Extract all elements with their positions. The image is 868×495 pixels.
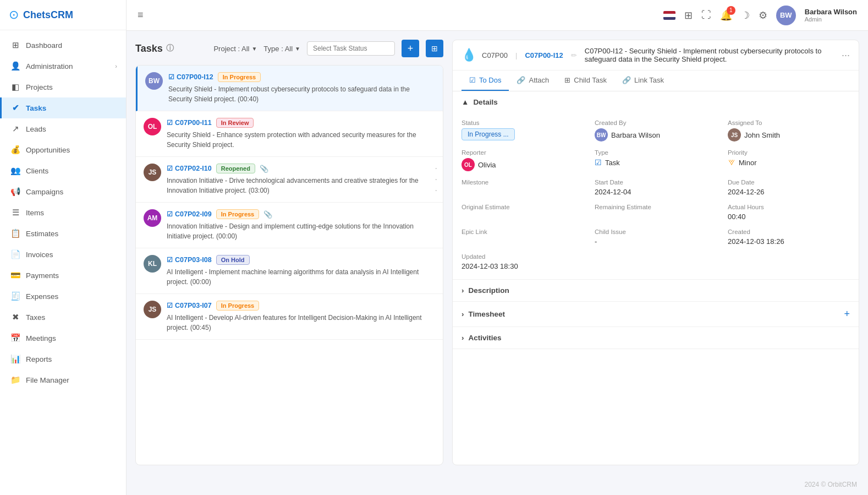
projects-icon: ◧ (10, 82, 20, 92)
task-list-item[interactable]: JS ☑ C07P03-I07 In Progress AI Intellige… (136, 294, 443, 340)
sidebar-item-invoices[interactable]: 📄 Invoices (0, 244, 126, 265)
task-list-item[interactable]: OL ☑ C07P00-I11 In Review Security Shiel… (136, 111, 443, 157)
dark-mode-icon[interactable]: ☽ (741, 9, 750, 21)
sidebar-item-clients[interactable]: 👥 Clients (0, 160, 126, 181)
task-type-icon: ☑ (595, 158, 602, 167)
view-toggle-button[interactable]: ⊞ (426, 40, 443, 57)
sidebar-item-items[interactable]: ☰ Items (0, 202, 126, 223)
task-status-input[interactable] (307, 41, 395, 56)
field-epic-link: Epic Link (462, 229, 584, 246)
task-list-item[interactable]: KL ☑ C07P03-I08 On Hold AI Intelligent -… (136, 248, 443, 294)
sidebar-item-label: Payments (26, 271, 59, 280)
language-flag-icon[interactable] (663, 11, 675, 20)
sidebar-item-label: Clients (26, 167, 48, 175)
file-manager-icon: 📁 (10, 375, 20, 385)
task-avatar: BW (145, 72, 163, 90)
sidebar-item-payments[interactable]: 💳 Payments (0, 265, 126, 286)
task-status-badge: In Progress (216, 301, 260, 311)
sidebar-item-opportunities[interactable]: 💰 Opportunities (0, 139, 126, 160)
sidebar-item-estimates[interactable]: 📋 Estimates (0, 223, 126, 244)
field-reporter: Reporter OL Olivia (462, 149, 584, 171)
task-description: AI Intelligent - Develop AI-driven featu… (167, 313, 435, 333)
sidebar-item-file-manager[interactable]: 📁 File Manager (0, 369, 126, 390)
settings-icon[interactable]: ⚙ (759, 9, 767, 21)
fullscreen-icon[interactable]: ⛶ (701, 9, 711, 21)
priority-icon: ⩔ (728, 158, 735, 167)
timesheet-section-header[interactable]: › Timesheet + (453, 302, 859, 327)
task-check-icon: ☑ (167, 302, 173, 309)
field-actual-hours: Actual Hours 00:40 (728, 204, 850, 221)
task-status-badge: In Progress (218, 72, 261, 82)
topbar-icons: ⊞ ⛶ 🔔 1 ☽ ⚙ BW Barbara Wilson Admin (663, 6, 857, 25)
main-area: ≡ ⊞ ⛶ 🔔 1 ☽ ⚙ BW Barbara Wilson Admin (127, 0, 868, 495)
sidebar-item-dashboard[interactable]: ⊞ Dashboard (0, 35, 126, 56)
sidebar-item-leads[interactable]: ↗ Leads (0, 118, 126, 139)
task-avatar: JS (144, 301, 161, 318)
tasks-header: Tasks ⓘ Project : All ▼ Type : All ▼ + ⊞ (135, 40, 443, 57)
sidebar-item-taxes[interactable]: ✖ Taxes (0, 307, 126, 328)
field-due-date: Due Date 2024-12-26 (728, 179, 850, 196)
created-by-avatar: BW (595, 128, 608, 142)
task-id: ☑ C07P00-I11 (167, 119, 212, 127)
clients-icon: 👥 (10, 166, 20, 176)
details-grid: Status In Progress ... Created By BW Bar… (462, 119, 850, 270)
chevron-up-icon: ▲ (462, 98, 469, 106)
notifications-icon[interactable]: 🔔 1 (720, 9, 732, 21)
task-content: ☑ C07P03-I08 On Hold AI Intelligent - Im… (167, 255, 435, 287)
sidebar-item-label: Opportunities (26, 146, 70, 154)
sidebar-item-projects[interactable]: ◧ Projects (0, 77, 126, 97)
sidebar-item-reports[interactable]: 📊 Reports (0, 349, 126, 369)
sidebar-item-campaigns[interactable]: 📢 Campaigns (0, 181, 126, 202)
menu-toggle-button[interactable]: ≡ (138, 9, 144, 21)
tab-todos[interactable]: ☑ To Dos (462, 70, 509, 91)
activities-section-header[interactable]: › Activities (453, 327, 859, 349)
field-remaining-estimate: Remaining Estimate (595, 204, 717, 221)
sidebar-item-label: Meetings (26, 334, 56, 342)
add-timesheet-button[interactable]: + (844, 308, 850, 320)
details-section-header[interactable]: ▲ Details (453, 91, 859, 113)
type-filter[interactable]: Type : All ▼ (263, 45, 300, 53)
description-section-header[interactable]: › Description (453, 280, 859, 301)
page-title: Tasks ⓘ (135, 43, 174, 55)
task-id: ☑ C07P02-I09 (167, 210, 212, 218)
task-content: ☑ C07P02-I09 In Progress 📎 Innovation In… (167, 209, 435, 241)
user-role: Admin (805, 16, 857, 23)
tasks-icon: ✔ (10, 103, 20, 113)
tab-attach[interactable]: 🔗 Attach (509, 70, 557, 91)
task-avatar: JS (144, 164, 161, 181)
field-original-estimate: Original Estimate (462, 204, 584, 221)
link-task-icon: 🔗 (622, 76, 631, 84)
task-list-item[interactable]: AM ☑ C07P02-I09 In Progress 📎 Innovation… (136, 203, 443, 248)
tasks-filters: Project : All ▼ Type : All ▼ + ⊞ (213, 40, 443, 57)
sidebar-item-label: Projects (26, 83, 53, 91)
status-badge[interactable]: In Progress ... (462, 128, 515, 140)
task-list: BW ☑ C07P00-I12 In Progress Security Shi… (135, 65, 443, 465)
more-options-button[interactable]: ··· (842, 50, 850, 61)
user-name: Barbara Wilson (805, 8, 857, 16)
sidebar-item-meetings[interactable]: 📅 Meetings (0, 328, 126, 349)
chevron-right-icon: › (115, 63, 117, 69)
task-list-item[interactable]: JS ☑ C07P02-I10 Reopened 📎 Innovation In… (136, 157, 443, 203)
sidebar-item-label: Items (26, 209, 44, 217)
grid-view-icon[interactable]: ⊞ (684, 9, 693, 21)
sidebar-item-tasks[interactable]: ✔ Tasks (0, 97, 126, 118)
sidebar-item-label: Leads (26, 125, 46, 133)
task-status-badge: In Progress (216, 209, 260, 219)
sidebar-logo: ⊙ ChetsCRM (0, 0, 126, 30)
topbar: ≡ ⊞ ⛶ 🔔 1 ☽ ⚙ BW Barbara Wilson Admin (127, 0, 868, 31)
avatar[interactable]: BW (776, 6, 796, 25)
sidebar-item-administration[interactable]: 👤 Administration › (0, 56, 126, 77)
details-section-content: Status In Progress ... Created By BW Bar… (453, 113, 859, 279)
add-task-button[interactable]: + (402, 40, 419, 57)
detail-task-id[interactable]: C07P00-I12 (525, 51, 563, 59)
sidebar-item-expenses[interactable]: 🧾 Expenses (0, 286, 126, 307)
tasks-panel: Tasks ⓘ Project : All ▼ Type : All ▼ + ⊞ (135, 40, 443, 465)
info-icon[interactable]: ⓘ (166, 43, 174, 53)
detail-task-title: C07P00-I12 - Security Shield - Implement… (585, 47, 836, 63)
tab-child-task[interactable]: ⊞ Child Task (557, 70, 614, 91)
dashboard-icon: ⊞ (10, 40, 20, 50)
tab-link-task[interactable]: 🔗 Link Task (614, 70, 672, 91)
task-list-item[interactable]: BW ☑ C07P00-I12 In Progress Security Shi… (136, 66, 443, 111)
project-filter[interactable]: Project : All ▼ (213, 45, 257, 53)
sidebar-item-label: Estimates (26, 230, 58, 238)
